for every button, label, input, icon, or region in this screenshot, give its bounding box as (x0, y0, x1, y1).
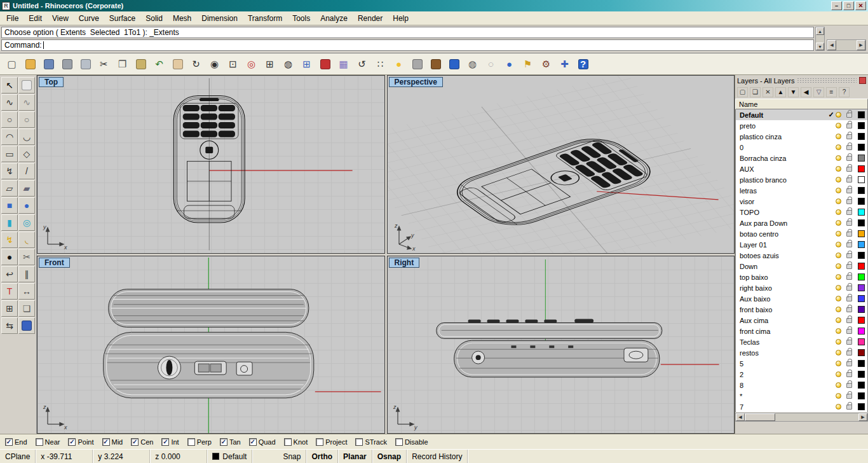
layer-row[interactable]: 5 (736, 358, 867, 369)
layer-color-swatch[interactable] (858, 349, 865, 356)
layer-lock-icon[interactable] (846, 350, 852, 356)
layer-color-swatch[interactable] (858, 284, 865, 291)
wireframe-view-icon[interactable]: ◍ (465, 56, 480, 72)
viewport-layout-icon[interactable]: ⊞ (299, 56, 315, 72)
layer-color-swatch[interactable] (858, 155, 865, 162)
layer-visibility-bulb-icon[interactable] (836, 350, 841, 356)
layer-color-swatch[interactable] (858, 165, 865, 172)
array-tool-icon[interactable]: ⊞ (1, 300, 18, 317)
layer-lock-icon[interactable] (846, 113, 852, 118)
new-file-icon[interactable]: ▢ (4, 56, 20, 72)
scroll-track[interactable] (775, 413, 858, 421)
viewport-perspective[interactable]: Perspective (387, 75, 735, 254)
scroll-down-icon[interactable]: ▼ (816, 43, 824, 50)
polygon-tool-icon[interactable]: ◇ (18, 146, 35, 162)
layer-visibility-bulb-icon[interactable] (836, 134, 841, 139)
layer-lock-icon[interactable] (846, 296, 852, 301)
command-hscrollbar[interactable]: ◀ ▶ (827, 39, 866, 51)
layer-lock-icon[interactable] (846, 329, 852, 334)
layer-visibility-bulb-icon[interactable] (836, 404, 841, 410)
layer-row[interactable]: Aux baixo (736, 293, 867, 304)
layer-lock-icon[interactable] (846, 275, 852, 280)
layer-lock-icon[interactable] (846, 394, 852, 399)
new-sublayer-icon[interactable]: ❏ (750, 87, 761, 97)
menu-file[interactable]: File (1, 13, 24, 24)
layer-row[interactable]: Layer 01 (736, 239, 867, 250)
layer-visibility-bulb-icon[interactable] (836, 198, 841, 204)
mirror-tool-icon[interactable]: ⇆ (1, 317, 18, 334)
surface-tool-icon[interactable]: ▱ (1, 180, 18, 197)
layer-row[interactable]: restos (736, 347, 867, 358)
layer-color-swatch[interactable] (858, 382, 865, 389)
sphere-tool-icon[interactable]: ● (18, 197, 35, 214)
viewport-front[interactable]: Front (37, 256, 385, 434)
layer-row[interactable]: 7 (736, 401, 867, 412)
curve-draw-icon[interactable]: ∿ (1, 94, 18, 111)
text-tool-icon[interactable]: T (1, 283, 18, 300)
status-toggle-osnap[interactable]: Osnap (372, 450, 407, 463)
layer-visibility-bulb-icon[interactable] (836, 328, 841, 334)
layer-row[interactable]: 8 (736, 380, 867, 390)
layers-hscrollbar[interactable]: ◀ ▶ (735, 413, 868, 422)
layer-lock-icon[interactable] (846, 134, 852, 139)
layer-visibility-bulb-icon[interactable] (836, 177, 841, 183)
osnap-tan[interactable]: ✓Tan (220, 438, 241, 446)
status-toggle-planar[interactable]: Planar (338, 450, 372, 463)
layer-color-swatch[interactable] (858, 360, 865, 367)
layer-row[interactable]: plastico branco (736, 174, 867, 185)
plane-tool-icon[interactable]: ▰ (18, 180, 35, 197)
layer-row[interactable]: front cima (736, 326, 867, 336)
arc-tool-icon[interactable]: ◠ (1, 128, 18, 145)
viewport-label-top[interactable]: Top (39, 77, 64, 87)
viewport-label-right[interactable]: Right (389, 258, 420, 268)
layer-color-swatch[interactable] (858, 176, 865, 183)
menu-transform[interactable]: Transform (243, 13, 287, 24)
layer-lock-icon[interactable] (846, 199, 852, 204)
layer-lock-icon[interactable] (846, 210, 852, 215)
osnap-int[interactable]: ✓Int (161, 438, 179, 446)
osnap-perp[interactable]: Perp (187, 438, 212, 446)
properties-panel-icon[interactable] (18, 317, 35, 334)
layer-row[interactable]: Aux para Down (736, 218, 867, 228)
menu-dimension[interactable]: Dimension (196, 13, 243, 24)
layer-visibility-bulb-icon[interactable] (836, 371, 841, 377)
zoom-dynamic-icon[interactable]: ◉ (207, 56, 222, 72)
layer-visibility-bulb-icon[interactable] (836, 317, 841, 323)
layer-color-swatch[interactable] (858, 317, 865, 324)
layer-visibility-bulb-icon[interactable] (836, 242, 841, 247)
osnap-project[interactable]: Project (316, 438, 347, 446)
ghosted-view-icon[interactable]: ◌ (483, 56, 499, 72)
osnap-knot[interactable]: Knot (284, 438, 308, 446)
layer-color-swatch[interactable] (858, 241, 865, 248)
viewport-label-front[interactable]: Front (39, 258, 70, 268)
layer-color-swatch[interactable] (858, 392, 865, 399)
layer-lock-icon[interactable] (846, 221, 852, 226)
layer-row[interactable]: botoes azuis (736, 250, 867, 261)
ellipse-tool-icon[interactable]: ○ (18, 111, 35, 128)
offset-tool-icon[interactable]: ∥ (18, 266, 35, 282)
zoom-window-icon[interactable]: ⊡ (225, 56, 241, 72)
layer-row[interactable]: 2 (736, 369, 867, 380)
fillet-tool-icon[interactable]: ◟ (18, 232, 35, 248)
layer-lock-icon[interactable] (846, 253, 852, 258)
status-toggle-record-history[interactable]: Record History (407, 450, 468, 463)
cut-icon[interactable]: ✂ (96, 56, 112, 72)
layer-visibility-bulb-icon[interactable] (836, 144, 841, 150)
layer-row[interactable]: Default✓ (736, 109, 867, 120)
osnap-quad[interactable]: ✓Quad (249, 438, 276, 446)
close-button[interactable]: ✕ (855, 1, 866, 10)
move-down-icon[interactable]: ▼ (788, 87, 799, 97)
marquee-select-icon[interactable] (18, 77, 35, 93)
scroll-right-icon[interactable]: ▶ (858, 413, 867, 421)
layer-row[interactable]: Borracha cinza (736, 153, 867, 163)
layer-lock-icon[interactable] (846, 177, 852, 183)
layer-lock-icon[interactable] (846, 242, 852, 247)
layer-visibility-bulb-icon[interactable] (836, 188, 841, 193)
layer-color-swatch[interactable] (858, 122, 865, 129)
scroll-thumb[interactable] (745, 413, 775, 421)
point-array-icon[interactable]: ∷ (372, 56, 388, 72)
layer-visibility-bulb-icon[interactable] (836, 123, 841, 128)
osnap-disable[interactable]: Disable (395, 438, 428, 446)
layer-row[interactable]: visor (736, 196, 867, 207)
open-folder-icon[interactable] (22, 56, 38, 72)
